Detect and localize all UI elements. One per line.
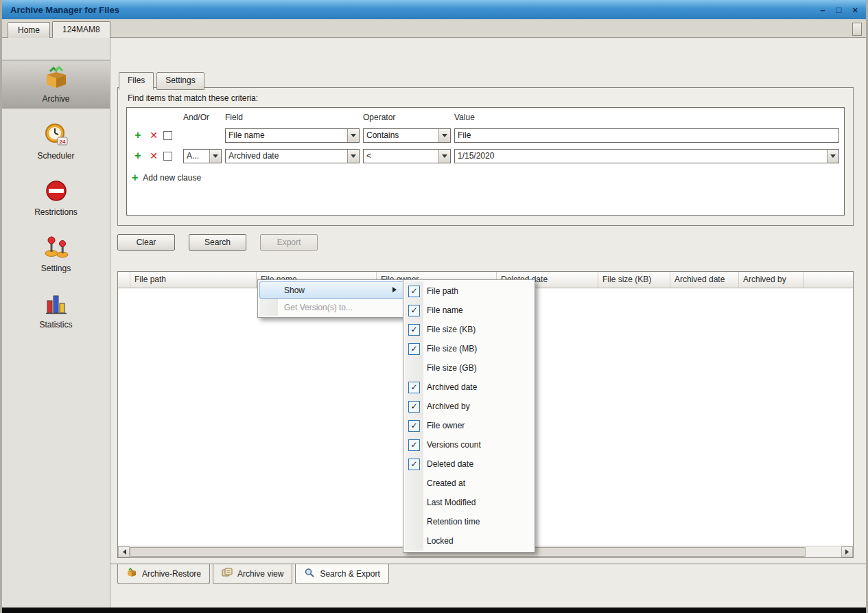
tab-124mam8[interactable]: 124MAM8	[52, 21, 110, 38]
column-label-operator: Operator	[363, 113, 451, 122]
window-bottom-edge	[2, 608, 866, 613]
submenu-item-label: File size (KB)	[427, 325, 476, 334]
sidebar-item-settings-label: Settings	[41, 264, 71, 273]
column-header-archived-by[interactable]: Archived by	[739, 272, 804, 288]
column-header-archived-date[interactable]: Archived date	[670, 272, 739, 288]
add-new-clause-link[interactable]: + Add new clause	[130, 166, 841, 183]
sidebar-item-statistics[interactable]: Statistics	[2, 286, 110, 334]
column-header-file-path[interactable]: File path	[130, 272, 257, 288]
andor-dropdown[interactable]: A...	[183, 149, 222, 163]
add-new-clause-label: Add new clause	[143, 173, 201, 183]
field-dropdown[interactable]: Archived date	[225, 149, 360, 163]
chevron-down-icon	[827, 150, 838, 163]
submenu-item-label: Created at	[427, 478, 465, 488]
close-button[interactable]: ×	[852, 5, 858, 15]
tab-home-label: Home	[18, 25, 40, 35]
submenu-item-file-path[interactable]: ✓ File path	[405, 281, 533, 301]
action-buttons: Clear Search Export	[117, 234, 318, 251]
submenu-item-file-size-kb[interactable]: ✓ File size (KB)	[405, 320, 533, 339]
search-button[interactable]: Search	[189, 234, 246, 251]
submenu-item-file-owner[interactable]: ✓ File owner	[405, 416, 533, 435]
scroll-left-arrow-icon[interactable]	[118, 546, 130, 557]
tab-archive-view[interactable]: Archive view	[213, 564, 292, 584]
sidebar: Archive 24 Scheduler	[2, 38, 110, 608]
chevron-down-icon	[209, 150, 221, 163]
submenu-item-locked[interactable]: ✓ Locked	[405, 531, 533, 551]
chevron-down-icon	[347, 129, 359, 142]
submenu-item-label: File owner	[427, 421, 465, 430]
bottom-tab-bar: Archive-Restore Archive view	[110, 564, 866, 584]
submenu-item-label: File size (GB)	[427, 363, 477, 373]
chevron-down-icon	[438, 129, 450, 142]
criteria-row-checkbox[interactable]	[163, 152, 172, 161]
checkbox-checked-icon: ✓	[408, 459, 420, 470]
column-header-filler	[804, 272, 853, 288]
tab-home[interactable]: Home	[8, 22, 50, 38]
tab-files[interactable]: Files	[119, 72, 154, 90]
value-date-dropdown-value: 1/15/2020	[455, 151, 827, 161]
remove-clause-icon[interactable]: ✕	[148, 151, 160, 161]
svg-text:24: 24	[59, 139, 65, 145]
chevron-down-icon	[438, 150, 450, 163]
submenu-item-file-name[interactable]: ✓ File name	[405, 301, 533, 320]
tabstrip-end-box	[852, 23, 862, 36]
files-tab-panel: Find items that match these criteria: An…	[117, 87, 854, 226]
export-button[interactable]: Export	[260, 234, 318, 251]
sidebar-item-archive-label: Archive	[42, 94, 69, 104]
value-date-dropdown[interactable]: 1/15/2020	[454, 149, 839, 163]
submenu-item-versions-count[interactable]: ✓ Versions count	[405, 435, 533, 454]
operator-dropdown-value: Contains	[364, 130, 438, 140]
sidebar-item-restrictions[interactable]: Restrictions	[2, 174, 110, 221]
tab-settings[interactable]: Settings	[156, 72, 204, 90]
value-input[interactable]: File	[454, 128, 839, 143]
scroll-right-arrow-icon[interactable]	[841, 546, 853, 557]
search-tab-bar: Files Settings	[119, 72, 207, 90]
header-context-menu: Show Get Version(s) to...	[257, 279, 408, 318]
tab-settings-label: Settings	[165, 76, 195, 85]
sidebar-item-scheduler[interactable]: 24 Scheduler	[2, 117, 110, 165]
sidebar-item-archive[interactable]: Archive	[2, 60, 110, 108]
scrollbar-track[interactable]	[806, 546, 841, 557]
sidebar-item-statistics-label: Statistics	[39, 320, 72, 329]
column-visibility-submenu: ✓ File path ✓ File name ✓ File size (KB)…	[403, 279, 535, 553]
minimize-button[interactable]: –	[820, 5, 825, 15]
checkbox-checked-icon: ✓	[408, 382, 420, 393]
tab-archive-view-label: Archive view	[237, 569, 283, 579]
submenu-item-label: Versions count	[427, 440, 481, 450]
menu-item-get-versions[interactable]: Get Version(s) to...	[259, 299, 406, 316]
menu-item-show[interactable]: Show	[259, 281, 406, 299]
submenu-item-deleted-date[interactable]: ✓ Deleted date	[405, 454, 533, 474]
field-dropdown[interactable]: File name	[225, 128, 360, 143]
submenu-item-file-size-gb[interactable]: ✓ File size (GB)	[405, 358, 533, 378]
clear-button[interactable]: Clear	[117, 234, 175, 251]
submenu-item-retention-time[interactable]: ✓ Retention time	[405, 512, 533, 531]
criteria-row-checkbox[interactable]	[163, 131, 172, 140]
remove-clause-icon[interactable]: ✕	[148, 130, 160, 140]
app-window: Archive Manager for Files – □ × Home 124…	[0, 0, 868, 613]
submenu-item-archived-by[interactable]: ✓ Archived by	[405, 397, 533, 416]
submenu-item-archived-date[interactable]: ✓ Archived date	[405, 378, 533, 397]
submenu-item-created-at[interactable]: ✓ Created at	[405, 474, 533, 493]
maximize-button[interactable]: □	[836, 5, 842, 15]
checkbox-checked-icon: ✓	[408, 324, 420, 336]
criteria-builder: And/Or Field Operator Value + ✕ File nam…	[126, 107, 845, 216]
criteria-row-1: + ✕ File name Contains Fi	[130, 125, 841, 146]
submenu-item-last-modified[interactable]: ✓ Last Modified	[405, 493, 533, 512]
submenu-item-file-size-mb[interactable]: ✓ File size (MB)	[405, 339, 533, 358]
column-header-file-size-kb[interactable]: File size (KB)	[598, 272, 670, 288]
add-clause-icon[interactable]: +	[132, 150, 144, 161]
value-input-text: File	[458, 130, 471, 140]
add-clause-icon[interactable]: +	[132, 130, 144, 141]
tab-files-label: Files	[128, 76, 145, 85]
column-header-selector[interactable]	[118, 272, 130, 288]
sidebar-item-settings[interactable]: Settings	[2, 230, 110, 277]
operator-dropdown[interactable]: Contains	[363, 128, 451, 143]
tab-archive-restore[interactable]: Archive-Restore	[117, 564, 210, 584]
operator-dropdown[interactable]: <	[363, 149, 451, 163]
checkbox-checked-icon: ✓	[408, 401, 420, 413]
tab-search-export[interactable]: Search & Export	[295, 564, 388, 584]
submenu-item-label: Last Modified	[427, 498, 476, 507]
submenu-item-label: Locked	[427, 536, 454, 546]
checkbox-checked-icon: ✓	[408, 343, 420, 355]
field-dropdown-value: File name	[226, 130, 347, 140]
